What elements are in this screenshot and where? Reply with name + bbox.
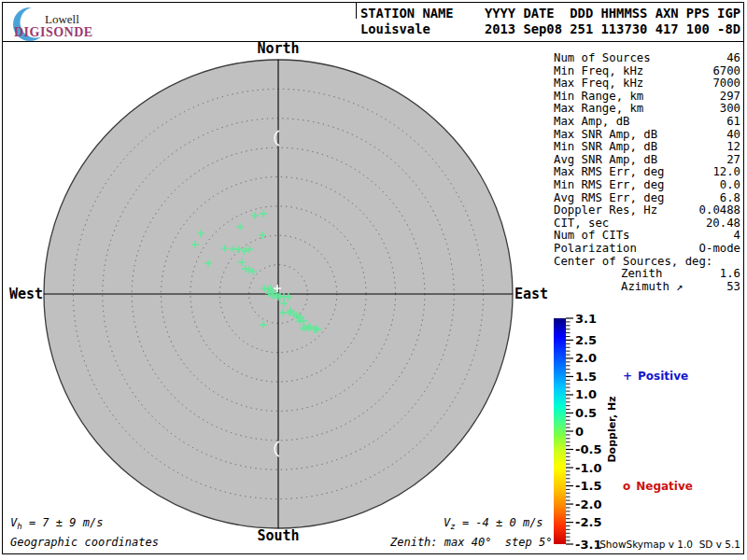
- colorbar-tick-label: 2.0: [575, 351, 597, 365]
- stat-row: Doppler Res, Hz0.0488: [554, 204, 740, 217]
- stat-value: 20.48: [706, 217, 740, 231]
- logo-product: DIGISONDE: [14, 25, 93, 40]
- stat-label: Max Freq, kHz: [554, 77, 643, 91]
- stat-label: CIT, sec: [554, 217, 609, 231]
- stat-label: Polarization: [554, 243, 637, 256]
- stat-label: Max Amp, dB: [554, 116, 629, 129]
- stat-value: O-mode: [699, 243, 740, 256]
- compass-south-label: South: [241, 527, 316, 544]
- stat-row: Min RMS Err, deg0.0: [554, 179, 740, 192]
- station-table-values: Louisvale 2013 Sep08 251 113730 417 100 …: [360, 22, 740, 36]
- stat-row: Max Range, km300: [554, 103, 740, 116]
- stat-value: 1.6: [720, 268, 740, 281]
- legend-positive: +Positive: [623, 370, 688, 383]
- colorbar-tick-label: -0.5: [575, 442, 601, 456]
- station-table-header: STATION NAME YYYY DATE DDD HHMMSS AXN PP…: [360, 7, 740, 21]
- stat-value: 12: [726, 141, 740, 154]
- stat-label: Doppler Res, Hz: [554, 204, 657, 217]
- compass-north-label: North: [241, 40, 316, 57]
- stat-label: Avg RMS Err, deg: [554, 192, 664, 205]
- stat-row: Num of Sources46: [554, 52, 740, 65]
- colorbar-tick-label: 2.5: [575, 333, 597, 347]
- zenith-scale-note: Zenith: max 40° step 5°: [390, 536, 552, 549]
- stat-value: 0.0: [720, 179, 740, 192]
- colorbar-tick-label: -1.0: [575, 461, 601, 475]
- stat-row: Max Freq, kHz7000: [554, 77, 740, 91]
- stat-row: Max Amp, dB61: [554, 116, 740, 129]
- colorbar-tick-label: 3.1: [575, 312, 597, 326]
- stat-row: PolarizationO-mode: [554, 243, 740, 256]
- vertical-velocity-readout: Vz = -4 ± 0 m/s: [444, 516, 543, 531]
- stat-value: 6700: [712, 65, 740, 78]
- compass-west-label: West: [0, 286, 43, 302]
- horizontal-velocity-readout: Vh = 7 ± 9 m/s: [10, 516, 103, 531]
- header-divider: [3, 41, 744, 42]
- stat-label: Azimuth ↗: [554, 281, 684, 294]
- legend-negative-label: Negative: [636, 480, 693, 493]
- circle-marker-symbol: o: [623, 480, 630, 493]
- colorbar-tick-label: 0.5: [575, 406, 597, 420]
- stat-row: Max RMS Err, deg12.0: [554, 166, 740, 179]
- stat-value: 4: [734, 230, 740, 243]
- stat-label: Min Freq, kHz: [554, 65, 643, 78]
- stat-value: 27: [726, 154, 740, 167]
- compass-east-label: East: [514, 286, 571, 302]
- stat-label: Num of CITs: [554, 230, 629, 243]
- stat-value: 7000: [712, 77, 740, 91]
- stat-row: Azimuth ↗53: [554, 281, 740, 294]
- lowell-digisonde-logo: Lowell DIGISONDE: [7, 4, 129, 41]
- stat-value: 40: [726, 129, 740, 142]
- stat-label: Num of Sources: [554, 52, 651, 65]
- stat-row: Zenith1.6: [554, 268, 740, 281]
- stat-label: Center of Sources, deg:: [554, 256, 712, 269]
- stat-label: Max Range, km: [554, 103, 643, 116]
- legend-positive-label: Positive: [638, 370, 688, 383]
- stat-row: Num of CITs4: [554, 230, 740, 243]
- measurement-stats-panel: Num of Sources46Min Freq, kHz6700Max Fre…: [554, 52, 740, 293]
- stat-label: Min RMS Err, deg: [554, 179, 664, 192]
- colorbar-tick-label: 1.0: [575, 387, 597, 401]
- colorbar-tick-label: 1.5: [575, 370, 597, 384]
- stat-value: 53: [726, 281, 740, 294]
- stat-value: 61: [726, 116, 740, 129]
- colorbar-tick-label: -1.5: [575, 479, 601, 493]
- plus-marker-symbol: +: [623, 370, 632, 383]
- app-version-label: ShowSkymap v 1.0 SD v 5.1: [599, 539, 740, 550]
- legend-negative: oNegative: [623, 480, 693, 493]
- stat-row: Avg RMS Err, deg6.8: [554, 192, 740, 205]
- stat-row: Avg SNR Amp, dB27: [554, 154, 740, 167]
- stat-label: Zenith: [554, 268, 662, 281]
- stat-row: Max SNR Amp, dB40: [554, 129, 740, 142]
- stat-label: Max SNR Amp, dB: [554, 129, 657, 142]
- stat-value: 297: [720, 91, 740, 104]
- colorbar-tick-label: -3.1: [575, 538, 601, 552]
- stat-value: 6.8: [720, 192, 740, 205]
- coordinate-system-label: Geographic coordinates: [10, 536, 159, 549]
- stat-row: Center of Sources, deg:: [554, 256, 740, 269]
- stat-value: 46: [726, 52, 740, 65]
- stat-row: Min SNR Amp, dB12: [554, 141, 740, 154]
- stat-value: 0.0488: [699, 204, 740, 217]
- header-vertical-divider: [356, 3, 357, 19]
- stat-row: Min Range, km297: [554, 91, 740, 104]
- colorbar-tick-label: -2.5: [575, 515, 601, 529]
- stat-label: Avg SNR Amp, dB: [554, 154, 657, 167]
- stat-value: 300: [720, 103, 740, 116]
- colorbar-tick-label: -2.0: [575, 497, 601, 511]
- showskymap-window: Lowell DIGISONDE STATION NAME YYYY DATE …: [0, 0, 747, 560]
- colorbar-tick-label: 0: [575, 425, 584, 439]
- stat-row: Min Freq, kHz6700: [554, 65, 740, 78]
- stat-value: 12.0: [712, 166, 740, 179]
- stat-label: Max RMS Err, deg: [554, 166, 664, 179]
- stat-row: CIT, sec20.48: [554, 217, 740, 231]
- stat-label: Min Range, km: [554, 91, 643, 104]
- stat-label: Min SNR Amp, dB: [554, 141, 657, 154]
- colorbar-axis-label: Doppler, Hz: [606, 396, 618, 462]
